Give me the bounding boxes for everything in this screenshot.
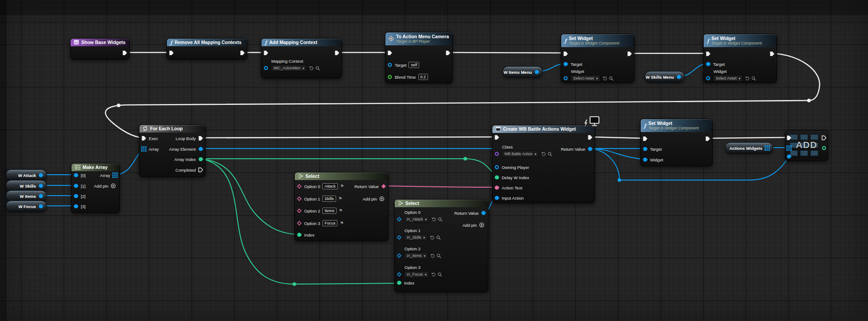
- exec-in-pin[interactable]: [642, 136, 648, 141]
- add-mapping-context-node[interactable]: ƒAdd Mapping ContextMapping ContextIMC_A…: [261, 38, 342, 78]
- 0-pin[interactable]: [73, 173, 79, 178]
- exec-out-pin[interactable]: [587, 135, 593, 140]
- w-items-menu-variable[interactable]: W Items Menu: [503, 66, 543, 78]
- return-value-pin[interactable]: [587, 146, 593, 152]
- ia-items-dropdown[interactable]: IA_Items▾: [404, 253, 428, 259]
- select-text-node[interactable]: SelectOption 0Attack⚑Option 1Skills⚑Opti…: [294, 172, 388, 241]
- loop-body-pin[interactable]: [198, 136, 203, 141]
- show-base-widgets-node[interactable]: Show Base Widgets: [70, 38, 130, 60]
- actions-widgets-pin[interactable]: [765, 145, 770, 151]
- array-pin[interactable]: [141, 146, 147, 152]
- reset-icon[interactable]: [430, 253, 435, 258]
- target-pin[interactable]: [705, 61, 711, 67]
- return-value-pin[interactable]: [381, 184, 386, 189]
- w-skills-menu-variable[interactable]: W Skills Menu: [645, 71, 685, 83]
- skills-textbox[interactable]: Skills: [322, 196, 336, 202]
- exec-in-pin[interactable]: [705, 51, 711, 56]
- add-pin-icon[interactable]: [479, 222, 484, 228]
- exec-in-pin[interactable]: [786, 135, 792, 140]
- widget-pin[interactable]: [642, 157, 648, 162]
- search-icon[interactable]: [437, 272, 442, 277]
- option-0-pin[interactable]: [396, 217, 402, 222]
- w-items-pin[interactable]: [38, 193, 44, 199]
- index-pin[interactable]: [821, 145, 827, 151]
- array-index-pin[interactable]: [198, 156, 203, 162]
- search-icon[interactable]: [751, 76, 756, 81]
- reroute-node[interactable]: [807, 99, 811, 102]
- exec-out-pin[interactable]: [769, 51, 775, 56]
- w-items-menu-pin[interactable]: [534, 69, 539, 75]
- search-icon[interactable]: [436, 235, 441, 240]
- option-1-pin[interactable]: [297, 196, 302, 201]
- option-1-pin[interactable]: [396, 235, 402, 240]
- 2-pin[interactable]: [73, 193, 79, 199]
- 1-pin[interactable]: [73, 183, 79, 189]
- target-pin[interactable]: [563, 61, 568, 67]
- set-widget-c-node[interactable]: ƒSet WidgetTarget is Widget ComponentTar…: [640, 119, 713, 166]
- exec-in-pin[interactable]: [263, 50, 269, 56]
- reroute-node[interactable]: [293, 282, 296, 286]
- graph-canvas[interactable]: Show Base WidgetsƒRemove All Mapping Con…: [0, 0, 868, 321]
- remove-all-mapping-contexts-node[interactable]: ƒRemove All Mapping Contexts: [166, 38, 247, 60]
- add-to-array-node[interactable]: ADD: [785, 130, 828, 161]
- exec-out-pin[interactable]: [334, 50, 340, 56]
- add-pin-icon[interactable]: [111, 183, 116, 189]
- index-pin[interactable]: [297, 232, 302, 237]
- exec-pin[interactable]: [141, 136, 147, 141]
- search-icon[interactable]: [436, 253, 441, 258]
- make-array-node[interactable]: Make Array[0][1][2][3]ArrayAdd pin: [71, 163, 120, 213]
- add-pin-icon[interactable]: [379, 196, 384, 201]
- w-focus-pin[interactable]: [38, 204, 44, 209]
- w-skills-pin[interactable]: [38, 183, 44, 189]
- select-asset-dropdown[interactable]: Select Asset▾: [713, 75, 743, 82]
- 0-2-textbox[interactable]: 0.2: [418, 74, 428, 80]
- delay-w-index-pin[interactable]: [494, 175, 499, 180]
- exec-out-pin[interactable]: [240, 50, 245, 56]
- for-each-loop-node[interactable]: For Each LoopExecArrayLoop BodyArray Ele…: [139, 124, 206, 177]
- reroute-node[interactable]: [117, 104, 120, 107]
- target-array-pin[interactable]: [786, 145, 792, 151]
- completed-pin[interactable]: [198, 167, 203, 173]
- reroute-node[interactable]: [464, 157, 467, 160]
- option-3-pin[interactable]: [297, 221, 302, 226]
- items-textbox[interactable]: Items: [322, 208, 337, 214]
- select-asset-dropdown[interactable]: Select Asset▾: [571, 75, 600, 82]
- reset-icon[interactable]: [309, 66, 314, 71]
- exec-in-pin[interactable]: [563, 51, 568, 56]
- index-pin[interactable]: [396, 280, 402, 285]
- w-attack-pin[interactable]: [38, 173, 44, 178]
- to-action-menu-camera-node[interactable]: To Action Menu CameraTarget is BP Player…: [385, 32, 453, 83]
- option-0-pin[interactable]: [297, 184, 302, 189]
- reroute-node[interactable]: [618, 178, 621, 182]
- focus-textbox[interactable]: Focus: [322, 220, 338, 226]
- search-icon[interactable]: [438, 217, 443, 222]
- reset-icon[interactable]: [745, 76, 750, 81]
- ia-attack-dropdown[interactable]: IA_Attack▾: [404, 216, 429, 223]
- target-pin[interactable]: [387, 62, 392, 68]
- search-icon[interactable]: [547, 152, 552, 156]
- option-3-pin[interactable]: [396, 272, 402, 277]
- ia-focus-dropdown[interactable]: IA_Focus▾: [404, 271, 429, 278]
- exec-out-pin[interactable]: [627, 51, 632, 56]
- w-attack-variable[interactable]: W Attack: [6, 169, 47, 181]
- search-icon[interactable]: [315, 66, 320, 71]
- exec-out-pin[interactable]: [445, 50, 451, 56]
- exec-in-pin[interactable]: [387, 50, 392, 56]
- reset-icon[interactable]: [432, 217, 436, 222]
- attack-textbox[interactable]: Attack: [322, 183, 338, 189]
- wb-battle-action-dropdown[interactable]: WB Battle Action▾: [502, 151, 539, 157]
- select-ia-node[interactable]: SelectOption 0IA_Attack▾Option 1IA_Skill…: [394, 199, 488, 292]
- mapping-context-pin[interactable]: [263, 65, 269, 71]
- action-text-pin[interactable]: [494, 185, 499, 190]
- class-pin[interactable]: [494, 151, 499, 156]
- set-widget-a-node[interactable]: ƒSet WidgetTarget is Widget ComponentTar…: [561, 34, 634, 83]
- reset-icon[interactable]: [431, 272, 436, 277]
- array-element-pin[interactable]: [198, 146, 203, 152]
- new-item-pin[interactable]: [786, 154, 792, 159]
- actions-widgets-variable[interactable]: Actions Widgets: [725, 142, 773, 154]
- option-2-pin[interactable]: [396, 253, 402, 258]
- set-widget-b-node[interactable]: ƒSet WidgetTarget is Widget ComponentTar…: [703, 34, 777, 83]
- reset-icon[interactable]: [602, 76, 607, 81]
- exec-out-pin[interactable]: [705, 136, 710, 141]
- exec-in-pin[interactable]: [494, 135, 499, 140]
